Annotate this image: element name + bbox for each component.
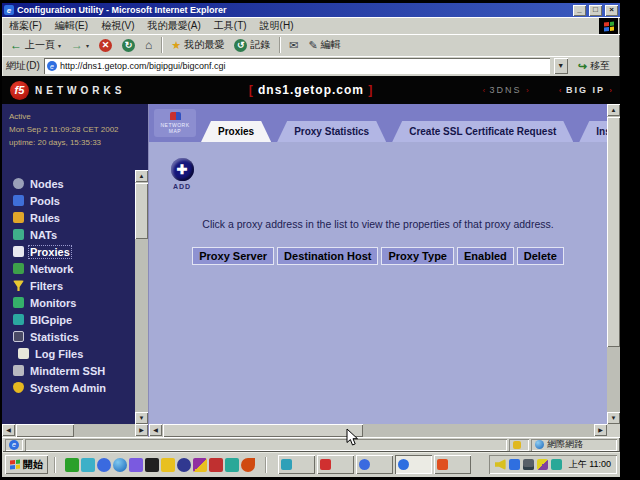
scroll-track[interactable]: [15, 424, 135, 437]
taskbar-clock[interactable]: 上午 11:00: [565, 458, 611, 471]
refresh-button[interactable]: ↻: [118, 36, 139, 55]
sidebar-item-network[interactable]: Network: [2, 260, 135, 277]
ie-throbber-icon: [599, 18, 618, 34]
content-frame: NETWORK MAP Proxies Proxy Statistics Cre…: [148, 104, 620, 437]
taskbar: 開始: [2, 452, 620, 477]
address-dropdown-icon[interactable]: ▼: [554, 58, 568, 74]
quicklaunch-icon[interactable]: [209, 458, 223, 472]
address-input[interactable]: e http://dns1.getop.com/bigipgui/bigconf…: [44, 58, 550, 74]
scroll-thumb[interactable]: [135, 183, 148, 239]
taskbar-task-button[interactable]: [434, 455, 471, 474]
quicklaunch-icon[interactable]: [65, 458, 79, 472]
mail-button[interactable]: ✉: [285, 36, 302, 55]
sidebar-item-nodes[interactable]: Nodes: [2, 175, 135, 192]
scroll-track[interactable]: [607, 116, 620, 412]
edit-button[interactable]: ✎ 編輯: [304, 36, 344, 55]
taskbar-task-button[interactable]: [317, 455, 354, 474]
taskbar-task-button[interactable]: [356, 455, 393, 474]
favorites-button[interactable]: ★ 我的最愛: [167, 36, 228, 55]
scroll-track[interactable]: [162, 424, 594, 437]
scroll-left-icon[interactable]: ◀: [2, 424, 15, 436]
sidebar-item-statistics[interactable]: Statistics: [2, 328, 135, 345]
tab-proxy-statistics[interactable]: Proxy Statistics: [277, 121, 386, 142]
sidebar-item-mindterm-ssh[interactable]: Mindterm SSH: [2, 362, 135, 379]
sidebar-scrollbar-vertical: ▲ ▼: [135, 104, 148, 424]
content-scrollbar-vertical: ▲ ▼: [607, 104, 620, 424]
tray-volume-icon[interactable]: [495, 459, 506, 470]
quicklaunch-icon[interactable]: [113, 458, 127, 472]
scrollbar-corner: [607, 424, 620, 437]
menu-edit[interactable]: 編輯(E): [55, 19, 88, 33]
quicklaunch-icon[interactable]: [193, 458, 207, 472]
tab-create-ssl-certificate-request[interactable]: Create SSL Certificate Request: [392, 121, 573, 142]
scroll-right-icon[interactable]: ▶: [594, 424, 607, 436]
home-button[interactable]: ⌂: [141, 36, 156, 55]
task-app-icon: [320, 459, 331, 470]
sidebar-item-proxies[interactable]: Proxies: [2, 243, 135, 260]
scroll-thumb[interactable]: [16, 424, 74, 437]
scroll-thumb[interactable]: [163, 424, 363, 437]
sidebar-item-system-admin[interactable]: System Admin: [2, 379, 135, 396]
column-proxy-server: Proxy Server: [192, 247, 274, 265]
tab-proxies[interactable]: Proxies: [201, 121, 271, 142]
menu-file[interactable]: 檔案(F): [9, 19, 42, 33]
scroll-left-icon[interactable]: ◀: [149, 424, 162, 436]
menu-view[interactable]: 檢視(V): [101, 19, 134, 33]
network-map-button[interactable]: NETWORK MAP: [154, 109, 196, 137]
status-message-pane: [25, 439, 507, 451]
quicklaunch-icon[interactable]: [161, 458, 175, 472]
sidebar-item-bigpipe[interactable]: BIGpipe: [2, 311, 135, 328]
stop-button[interactable]: ✕: [95, 36, 116, 55]
sidebar-item-filters[interactable]: Filters: [2, 277, 135, 294]
address-label: 網址(D): [6, 59, 40, 73]
history-button[interactable]: ↺ 記錄: [230, 36, 274, 55]
quicklaunch-icon[interactable]: [225, 458, 239, 472]
sidebar-scrollbar-horizontal: ◀ ▶: [2, 424, 148, 437]
close-button[interactable]: ×: [605, 5, 618, 16]
maximize-button[interactable]: □: [589, 5, 602, 16]
back-button[interactable]: ← 上一頁 ▾: [6, 36, 65, 55]
scroll-down-icon[interactable]: ▼: [607, 412, 620, 424]
sidebar-item-monitors[interactable]: Monitors: [2, 294, 135, 311]
scroll-track[interactable]: [135, 182, 148, 412]
scroll-thumb[interactable]: [607, 117, 620, 347]
taskbar-task-button[interactable]: [278, 455, 315, 474]
column-delete: Delete: [517, 247, 564, 265]
minimize-button[interactable]: _: [573, 5, 586, 16]
quicklaunch-icon[interactable]: [81, 458, 95, 472]
quicklaunch-icon[interactable]: [177, 458, 191, 472]
sidebar-item-pools[interactable]: Pools: [2, 192, 135, 209]
menu-favorites[interactable]: 我的最愛(A): [147, 19, 200, 33]
go-button[interactable]: ↪ 移至: [572, 57, 616, 75]
tab-install-ssl-certificate[interactable]: Install SSL Certificate: [579, 121, 607, 142]
sidebar-item-nats[interactable]: NATs: [2, 226, 135, 243]
scroll-up-icon[interactable]: ▲: [135, 170, 148, 182]
quicklaunch-icon[interactable]: [129, 458, 143, 472]
mouse-cursor: [346, 428, 359, 451]
sidebar-item-rules[interactable]: Rules: [2, 209, 135, 226]
taskbar-task-button-active[interactable]: [395, 455, 432, 474]
browser-window: e Configuration Utility - Microsoft Inte…: [2, 3, 620, 452]
add-button[interactable]: ✚: [171, 158, 194, 181]
quicklaunch-icon[interactable]: [97, 458, 111, 472]
quicklaunch-icon[interactable]: [145, 458, 159, 472]
tray-app-icon[interactable]: [551, 459, 562, 470]
history-icon: ↺: [234, 39, 247, 52]
task-app-icon: [359, 459, 370, 470]
tray-app-icon[interactable]: [537, 459, 548, 470]
taskbar-separator: [54, 457, 55, 473]
forward-button[interactable]: → ▾: [67, 36, 93, 55]
tray-display-icon[interactable]: [523, 459, 534, 470]
sidebar-item-log-files[interactable]: Log Files: [2, 345, 135, 362]
tray-ime-icon[interactable]: [509, 459, 520, 470]
scroll-right-icon[interactable]: ▶: [135, 424, 148, 436]
status-page-pane: e: [5, 439, 23, 451]
menu-tools[interactable]: 工具(T): [214, 19, 247, 33]
task-app-icon: [281, 459, 292, 470]
menu-help[interactable]: 說明(H): [260, 19, 294, 33]
scroll-up-icon[interactable]: ▲: [607, 104, 620, 116]
start-button[interactable]: 開始: [5, 455, 48, 474]
quicklaunch-icon[interactable]: [241, 458, 255, 472]
scroll-down-icon[interactable]: ▼: [135, 412, 148, 424]
system-status: Active Mon Sep 2 11:09:28 CET 2002 uptim…: [2, 109, 135, 149]
